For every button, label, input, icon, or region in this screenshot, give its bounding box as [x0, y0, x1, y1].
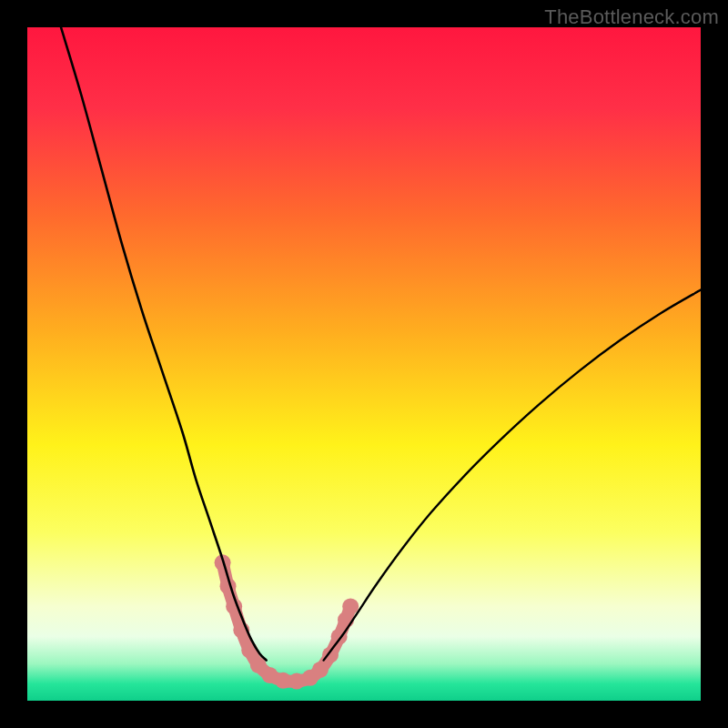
- gradient-background: [27, 27, 701, 701]
- valley-highlight-dot: [312, 662, 329, 678]
- chart-svg: [27, 27, 701, 701]
- valley-highlight-dot: [342, 598, 359, 614]
- plot-area: [27, 27, 701, 701]
- chart-frame: TheBottleneck.com: [0, 0, 728, 728]
- valley-highlight-dot: [241, 642, 258, 659]
- watermark-text: TheBottleneck.com: [544, 5, 719, 29]
